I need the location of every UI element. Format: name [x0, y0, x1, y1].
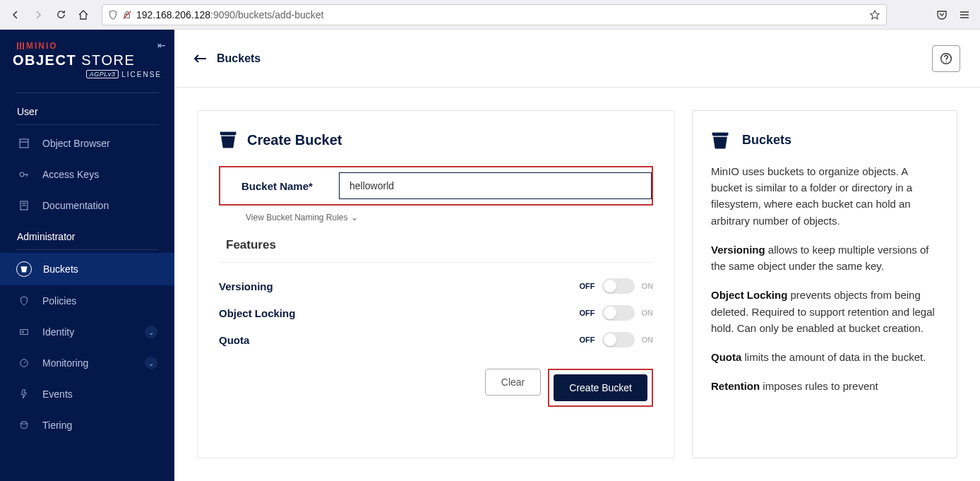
url-text: 192.168.206.128:9090/buckets/add-bucket — [136, 9, 865, 20]
sidebar-item-monitoring[interactable]: Monitoring⌄ — [0, 348, 174, 379]
svg-rect-2 — [20, 139, 28, 148]
svg-point-4 — [20, 172, 24, 177]
sidebar-item-label: Documentation — [42, 200, 109, 211]
events-icon — [17, 387, 31, 401]
svg-point-16 — [945, 61, 947, 62]
sidebar-item-label: Policies — [42, 295, 76, 307]
create-button-highlight: Create Bucket — [548, 369, 653, 407]
logo-license: AGPLv3 LICENSE — [13, 70, 162, 78]
create-bucket-form: Create Bucket Bucket Name* View Bucket N… — [197, 110, 675, 458]
sidebar-item-label: Events — [42, 388, 73, 400]
sidebar-item-documentation[interactable]: Documentation — [0, 190, 174, 221]
feature-object-locking: Object Locking OFFON — [219, 299, 653, 326]
sidebar-section-admin: Administrator — [0, 221, 174, 249]
info-panel: Buckets MinIO uses buckets to organize o… — [692, 110, 957, 458]
sidebar-item-tiering[interactable]: Tiering — [0, 410, 174, 441]
feature-label: Object Locking — [219, 307, 295, 319]
sidebar-section-user: User — [0, 96, 174, 124]
sidebar-item-label: Monitoring — [42, 357, 88, 369]
page-header: Buckets — [174, 30, 980, 88]
bucket-icon — [219, 131, 237, 149]
hamburger-menu-icon[interactable] — [955, 5, 974, 25]
policy-icon — [17, 294, 31, 308]
info-object-locking: Object Locking prevents objects from bei… — [711, 287, 938, 336]
create-bucket-button[interactable]: Create Bucket — [554, 374, 647, 401]
features-heading: Features — [226, 238, 653, 252]
off-label: OFF — [580, 335, 595, 344]
tiering-icon — [17, 418, 31, 432]
divider — [219, 262, 653, 263]
object-locking-toggle[interactable] — [602, 305, 635, 321]
info-quota: Quota limits the amount of data in the b… — [711, 349, 938, 365]
browser-home-button[interactable] — [73, 5, 93, 25]
svg-point-11 — [22, 331, 24, 333]
browser-icon — [17, 136, 31, 150]
info-intro: MinIO uses buckets to organize objects. … — [711, 163, 938, 229]
bucket-name-label: Bucket Name* — [220, 180, 339, 192]
quota-toggle[interactable] — [602, 332, 635, 348]
info-versioning: Versioning allows to keep multiple versi… — [711, 242, 938, 275]
bucket-name-row-highlight: Bucket Name* — [219, 166, 653, 206]
logo-object-store: OBJECT STORE — [13, 52, 162, 69]
breadcrumb[interactable]: Buckets — [194, 52, 261, 65]
sidebar-item-access-keys[interactable]: Access Keys — [0, 159, 174, 190]
chevron-down-icon: ⌄ — [145, 357, 157, 369]
sidebar: MINIO OBJECT STORE AGPLv3 LICENSE ⇤ User… — [0, 30, 174, 481]
sidebar-item-object-browser[interactable]: Object Browser — [0, 128, 174, 159]
divider — [16, 93, 159, 93]
bookmark-star-icon[interactable] — [869, 9, 880, 20]
versioning-toggle[interactable] — [602, 278, 635, 294]
svg-rect-19 — [712, 133, 729, 136]
back-arrow-icon[interactable] — [194, 54, 207, 64]
on-label: ON — [642, 309, 654, 317]
logo: MINIO OBJECT STORE AGPLv3 LICENSE ⇤ — [0, 30, 174, 83]
divider — [16, 124, 159, 125]
bucket-name-input[interactable] — [339, 172, 652, 199]
info-retention: Retention imposes rules to prevent — [711, 378, 938, 394]
browser-back-button[interactable] — [6, 5, 25, 25]
browser-reload-button[interactable] — [51, 5, 71, 25]
breadcrumb-label: Buckets — [217, 52, 261, 65]
sidebar-item-label: Buckets — [43, 263, 78, 275]
svg-line-13 — [24, 361, 26, 363]
sidebar-item-label: Tiering — [42, 420, 72, 431]
pocket-icon[interactable] — [932, 5, 952, 25]
lock-insecure-icon — [122, 10, 132, 20]
feature-versioning: Versioning OFFON — [219, 273, 653, 299]
doc-icon — [17, 198, 31, 213]
svg-rect-18 — [220, 136, 237, 136]
sidebar-item-label: Access Keys — [42, 169, 99, 180]
clear-button[interactable]: Clear — [485, 369, 541, 396]
form-title: Create Bucket — [247, 132, 342, 148]
svg-point-14 — [21, 422, 28, 424]
svg-rect-20 — [712, 136, 729, 136]
svg-rect-17 — [220, 132, 237, 135]
chevron-down-icon: ⌄ — [351, 213, 358, 222]
url-bar[interactable]: 192.168.206.128:9090/buckets/add-bucket — [102, 4, 887, 25]
feature-label: Quota — [219, 334, 249, 346]
on-label: ON — [642, 335, 654, 344]
feature-label: Versioning — [219, 280, 273, 292]
browser-forward-button — [28, 5, 48, 25]
shield-icon — [108, 10, 118, 20]
sidebar-item-policies[interactable]: Policies — [0, 285, 174, 316]
sidebar-item-identity[interactable]: Identity⌄ — [0, 316, 174, 348]
view-naming-rules-link[interactable]: View Bucket Naming Rules ⌄ — [219, 208, 653, 222]
on-label: ON — [642, 282, 654, 290]
collapse-sidebar-icon[interactable]: ⇤ — [157, 40, 166, 51]
info-title: Buckets — [742, 131, 791, 150]
sidebar-item-events[interactable]: Events — [0, 379, 174, 410]
sidebar-item-buckets[interactable]: Buckets — [0, 253, 174, 285]
sidebar-item-label: Object Browser — [42, 138, 110, 149]
chevron-down-icon: ⌄ — [145, 326, 157, 338]
sidebar-item-label: Identity — [42, 326, 74, 338]
key-icon — [17, 167, 31, 182]
off-label: OFF — [580, 282, 595, 290]
divider — [16, 249, 159, 250]
feature-quota: Quota OFFON — [219, 326, 653, 353]
main: Buckets Create Bucket Bucket Name* View … — [174, 30, 980, 481]
help-button[interactable] — [932, 45, 960, 72]
bucket-icon — [16, 261, 32, 277]
identity-icon — [17, 325, 31, 339]
off-label: OFF — [580, 309, 595, 317]
